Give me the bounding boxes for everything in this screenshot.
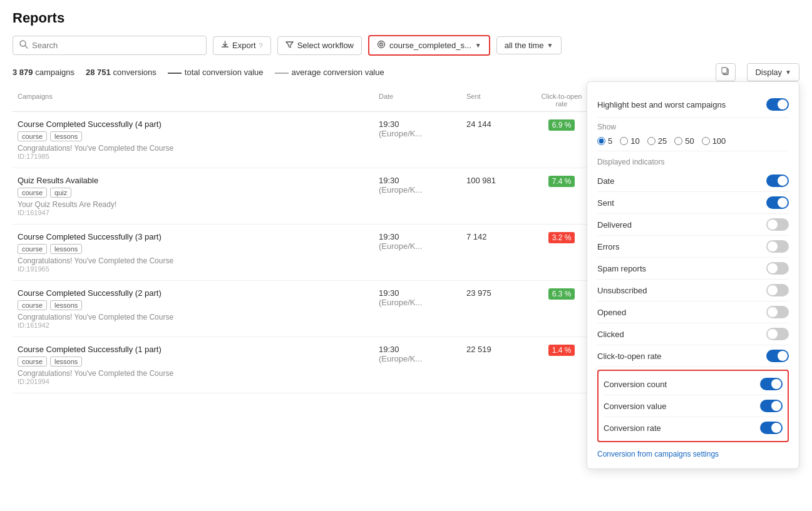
indicator-conv-count-label: Conversion count [604, 380, 667, 389]
campaign-info-2: Quiz Results Available course quiz Your … [13, 176, 374, 216]
tag: course [18, 300, 47, 310]
target-icon [377, 40, 386, 51]
indicator-unsubscribed-label: Unsubscribed [597, 286, 647, 295]
indicator-delivered-toggle[interactable] [766, 218, 789, 231]
indicator-cto-row: Click-to-open rate [597, 345, 789, 367]
campaign-info-1: Course Completed Successfully (4 part) c… [13, 119, 374, 160]
show-radio-group: 5 10 25 50 100 [597, 136, 789, 146]
indicator-opened-label: Opened [597, 308, 626, 317]
conversion-group: Conversion count Conversion value Conver… [597, 370, 789, 442]
cell-sent-5: 22 519 [461, 345, 524, 354]
time-label: all the time [505, 41, 544, 50]
summary-bar: 3 879 campaigns 28 751 conversions total… [13, 63, 799, 81]
workflow-selected-dropdown[interactable]: course_completed_s... ▼ [368, 35, 490, 56]
col-header-date: Date [374, 93, 461, 108]
col-header-sent: Sent [461, 93, 524, 108]
select-workflow-label: Select workflow [297, 41, 354, 50]
reports-page: Reports Export ? Select workflow co [0, 0, 812, 511]
tag: course [18, 188, 47, 198]
cell-date-2: 19:30(Europe/K... [374, 176, 461, 195]
indicator-sent-label: Sent [597, 198, 614, 208]
campaign-info-5: Course Completed Successfully (1 part) c… [13, 345, 374, 385]
campaign-info-4: Course Completed Successfully (2 part) c… [13, 288, 374, 329]
indicator-spam-label: Spam reports [597, 264, 646, 273]
indicator-delivered-label: Delivered [597, 220, 632, 230]
show-25-option[interactable]: 25 [647, 136, 667, 146]
indicator-conv-value-row: Conversion value [604, 395, 783, 417]
conversion-settings-link[interactable]: Conversion from campaigns settings [597, 445, 789, 458]
show-100-option[interactable]: 100 [702, 136, 726, 146]
export-button[interactable]: Export ? [213, 36, 271, 55]
svg-point-4 [381, 44, 382, 45]
tag: lessons [50, 244, 82, 254]
page-title: Reports [13, 10, 799, 26]
search-input[interactable] [32, 41, 200, 50]
cell-sent-1: 24 144 [461, 119, 524, 129]
indicator-unsub-row: Unsubscribed [597, 280, 789, 301]
indicator-conv-rate-row: Conversion rate [604, 417, 783, 438]
indicator-conv-value-toggle[interactable] [760, 400, 783, 412]
indicators-title: Displayed indicators [597, 158, 789, 166]
cell-date-3: 19:30(Europe/K... [374, 232, 461, 251]
copy-button[interactable] [716, 63, 736, 81]
export-help-icon: ? [259, 42, 263, 49]
indicator-spam-toggle[interactable] [766, 262, 789, 275]
show-5-option[interactable]: 5 [597, 136, 612, 146]
indicator-conv-rate-toggle[interactable] [760, 422, 783, 434]
show-50-option[interactable]: 50 [674, 136, 694, 146]
tag: lessons [50, 300, 82, 310]
indicator-errors-label: Errors [597, 242, 619, 251]
indicator-conv-rate-label: Conversion rate [604, 423, 661, 433]
export-label: Export [232, 41, 256, 50]
cell-date-4: 19:30(Europe/K... [374, 288, 461, 307]
time-selector-dropdown[interactable]: all the time ▼ [496, 36, 562, 54]
indicator-date-toggle[interactable] [766, 175, 789, 187]
show-10-option[interactable]: 10 [620, 136, 639, 146]
filter-icon [285, 41, 294, 51]
show-section: Show 5 10 25 50 100 [597, 118, 789, 151]
indicator-date-row: Date [597, 170, 789, 192]
indicator-sent-row: Sent [597, 192, 789, 214]
chevron-down-icon: ▼ [785, 69, 791, 76]
cell-sent-3: 7 142 [461, 232, 524, 241]
search-box[interactable] [13, 36, 207, 55]
indicator-opened-row: Opened [597, 301, 789, 323]
cell-date-1: 19:30(Europe/K... [374, 119, 461, 138]
indicator-clicked-label: Clicked [597, 330, 624, 339]
tag: course [18, 357, 47, 367]
indicator-conv-value-label: Conversion value [604, 402, 666, 411]
col-header-campaigns: Campaigns [13, 93, 374, 108]
indicator-sent-toggle[interactable] [766, 196, 789, 209]
indicator-delivered-row: Delivered [597, 214, 789, 236]
svg-line-1 [25, 46, 28, 48]
download-icon [221, 41, 229, 51]
indicator-clicked-toggle[interactable] [766, 328, 789, 340]
indicator-opened-toggle[interactable] [766, 306, 789, 318]
indicator-conv-count-row: Conversion count [604, 373, 783, 395]
indicator-clicked-row: Clicked [597, 323, 789, 345]
indicator-date-label: Date [597, 176, 614, 186]
highlight-label: Highlight best and worst campaigns [597, 100, 726, 109]
highlight-row: Highlight best and worst campaigns [597, 92, 789, 118]
display-panel: Highlight best and worst campaigns Show … [587, 81, 799, 469]
campaign-info-3: Course Completed Successfully (3 part) c… [13, 232, 374, 273]
indicator-conv-count-toggle[interactable] [760, 378, 783, 390]
svg-rect-6 [722, 68, 727, 73]
indicator-cto-toggle[interactable] [766, 350, 789, 362]
tag: course [18, 244, 47, 254]
tag: lessons [50, 357, 82, 367]
cell-sent-4: 23 975 [461, 288, 524, 298]
search-icon [19, 40, 28, 51]
conversions-count: 28 751 conversions [86, 68, 157, 77]
indicator-cto-label: Click-to-open rate [597, 352, 662, 361]
highlight-toggle[interactable] [766, 98, 789, 111]
indicator-spam-row: Spam reports [597, 258, 789, 280]
indicator-unsubscribed-toggle[interactable] [766, 284, 789, 296]
indicator-errors-row: Errors [597, 236, 789, 258]
select-workflow-button[interactable]: Select workflow [277, 36, 362, 55]
display-button[interactable]: Display ▼ [747, 63, 799, 81]
cell-sent-2: 100 981 [461, 176, 524, 185]
average-conversion-value: average conversion value [275, 68, 384, 77]
total-conversion-value: total conversion value [168, 68, 264, 77]
indicator-errors-toggle[interactable] [766, 240, 789, 253]
